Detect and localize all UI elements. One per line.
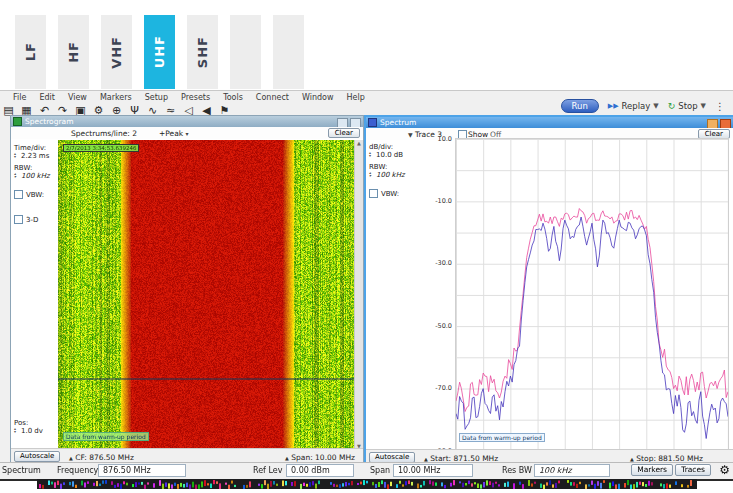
spinner-icon[interactable]: ▴▾ — [369, 171, 371, 177]
db-div-label: dB/div: — [369, 143, 421, 151]
menu-item-tools[interactable]: Tools — [223, 93, 243, 102]
chevron-down-icon: ▼ — [408, 131, 413, 138]
menu-item-file[interactable]: File — [13, 93, 26, 102]
menu-item-setup[interactable]: Setup — [145, 93, 168, 102]
rbw-value[interactable]: ▴▾100 kHz — [369, 171, 421, 179]
tab-label: VHF — [109, 36, 124, 69]
res-bw-field[interactable]: 100 kHz — [534, 464, 610, 477]
more-options-icon[interactable]: ⋮ — [715, 101, 725, 112]
time-div-label: Time/div: — [14, 144, 58, 152]
tab-uhf[interactable]: UHF — [144, 15, 175, 89]
center-frequency-readout: ▲ CF: 876.50 MHz — [69, 453, 134, 462]
warmup-note: Data from warm-up period — [459, 433, 545, 442]
chevron-down-icon: ▼ — [701, 102, 706, 110]
warmup-note: Data from warm-up period — [63, 432, 149, 441]
y-tick-label: -30.0 — [426, 259, 452, 267]
clear-button[interactable]: Clear — [328, 128, 360, 138]
spectrum-chart[interactable] — [455, 138, 729, 452]
replay-button[interactable]: ▶▶ Replay ▼ — [608, 101, 659, 111]
spectrum-sidebar: dB/div: ▴▾10.0 dB RBW: ▴▾100 kHz VBW: — [369, 143, 421, 198]
menu-item-connect[interactable]: Connect — [256, 93, 289, 102]
minimize-button[interactable] — [337, 118, 348, 128]
tab-shf[interactable]: SHF — [187, 15, 218, 89]
spectrogram-display[interactable]: 2/7/2013 3:34:53.639246 Data from warm-u… — [58, 140, 355, 449]
menu-item-help[interactable]: Help — [346, 93, 364, 102]
spinner-icon[interactable]: ▴▾ — [14, 427, 16, 433]
spectrogram-pos-group: Pos: ▴▾1.0 dv — [14, 419, 58, 435]
pos-value[interactable]: ▴▾1.0 dv — [14, 427, 58, 435]
time-div-value[interactable]: ▴▾2.23 ms — [14, 152, 58, 160]
tab-lf[interactable]: LF — [15, 15, 46, 89]
stop-label: Stop — [678, 101, 697, 111]
ref-level-field[interactable]: 0.00 dBm — [286, 464, 354, 477]
vbw-checkbox[interactable] — [14, 190, 23, 199]
marker-triangle-icon[interactable]: ▲ — [630, 456, 634, 462]
stop-button[interactable]: ↻ Stop ▼ — [668, 101, 706, 111]
db-div-value[interactable]: ▴▾10.0 dB — [369, 151, 421, 159]
span-field[interactable]: 10.00 MHz — [393, 464, 473, 477]
tab-label: HF — [66, 41, 81, 63]
maximize-button[interactable] — [707, 119, 718, 129]
panel-title: Spectrogram — [25, 117, 73, 126]
spinner-icon[interactable]: ▴▾ — [14, 152, 16, 158]
scroll-up-icon[interactable]: ▲ — [355, 140, 363, 146]
spectrogram-marker-line[interactable] — [58, 378, 355, 380]
rbw-label: RBW: — [14, 164, 58, 172]
threed-checkbox[interactable] — [14, 215, 23, 224]
menu-item-presets[interactable]: Presets — [181, 93, 210, 102]
autoscale-button[interactable]: Autoscale — [14, 451, 60, 462]
menu-item-view[interactable]: View — [68, 93, 87, 102]
chevron-down-icon: ▾ — [185, 130, 188, 137]
frequency-label: Frequency — [57, 466, 98, 475]
tab-empty-5[interactable] — [230, 15, 261, 89]
frequency-field[interactable]: 876.50 MHz — [98, 464, 186, 477]
marker-triangle-icon[interactable]: ▲ — [424, 456, 428, 462]
menu-item-edit[interactable]: Edit — [39, 93, 55, 102]
pos-label: Pos: — [14, 419, 58, 427]
spectrogram-panel: Spectrogram Spectrums/line: 2 +Peak ▾ Cl… — [10, 115, 364, 465]
vbw-checkbox-row: VBW: — [14, 190, 58, 199]
spectrum-icon — [368, 118, 377, 127]
marker-triangle-icon[interactable]: ▲ — [69, 455, 73, 461]
thumbnail-strip — [37, 479, 697, 489]
spectrogram-icon — [13, 117, 22, 126]
spectrogram-titlebar: Spectrogram — [11, 116, 363, 127]
mode-indicator: Spectrum — [2, 466, 41, 475]
rbw-value[interactable]: ▴▾100 kHz — [14, 172, 58, 180]
replay-label: Replay — [622, 101, 651, 111]
tab-hf[interactable]: HF — [58, 15, 89, 89]
spinner-icon[interactable]: ▴▾ — [14, 172, 16, 178]
run-button[interactable]: Run — [561, 99, 599, 113]
menu-item-markers[interactable]: Markers — [100, 93, 132, 102]
spinner-icon[interactable]: ▴▾ — [369, 151, 371, 157]
res-bw-label: Res BW — [502, 466, 532, 475]
tab-label: LF — [23, 42, 38, 61]
signal-analyzer-window: FileEditViewMarkersSetupPresetsToolsConn… — [0, 90, 733, 481]
tab-vhf[interactable]: VHF — [101, 15, 132, 89]
close-button[interactable] — [720, 119, 731, 129]
spectrogram-scrollbar[interactable]: ▲ ▼ — [354, 140, 363, 449]
traces-button[interactable]: Traces — [675, 464, 711, 476]
screen: LFHFVHFUHFSHF FileEditViewMarkersSetupPr… — [0, 0, 733, 493]
markers-button[interactable]: Markers — [631, 464, 673, 476]
spectrums-per-line-label: Spectrums/line: 2 — [71, 129, 137, 138]
y-tick-label: -70.0 — [426, 384, 452, 392]
span-label: Span — [370, 466, 390, 475]
chevron-down-icon: ▼ — [653, 102, 658, 110]
tab-label: SHF — [195, 36, 210, 68]
settings-gear-icon[interactable]: ⚙ — [719, 463, 730, 477]
vbw-checkbox[interactable] — [369, 189, 378, 198]
status-bar: Spectrum Frequency 876.50 MHz Ref Lev 0.… — [0, 462, 733, 479]
threed-label: 3-D — [26, 216, 38, 224]
tab-empty-6[interactable] — [273, 15, 304, 89]
detector-dropdown[interactable]: +Peak ▾ — [159, 129, 189, 138]
marker-triangle-icon[interactable]: ▲ — [285, 455, 289, 461]
trace-blue — [456, 217, 728, 439]
maximize-button[interactable] — [350, 118, 361, 128]
tab-label: UHF — [152, 35, 167, 68]
y-tick-label: 10.0 — [426, 135, 452, 143]
spectrogram-controls-row: Spectrums/line: 2 +Peak ▾ Clear — [11, 127, 363, 139]
spectrum-titlebar: Spectrum — [366, 117, 733, 128]
autoscale-button[interactable]: Autoscale — [369, 452, 415, 463]
menu-item-window[interactable]: Window — [302, 93, 334, 102]
